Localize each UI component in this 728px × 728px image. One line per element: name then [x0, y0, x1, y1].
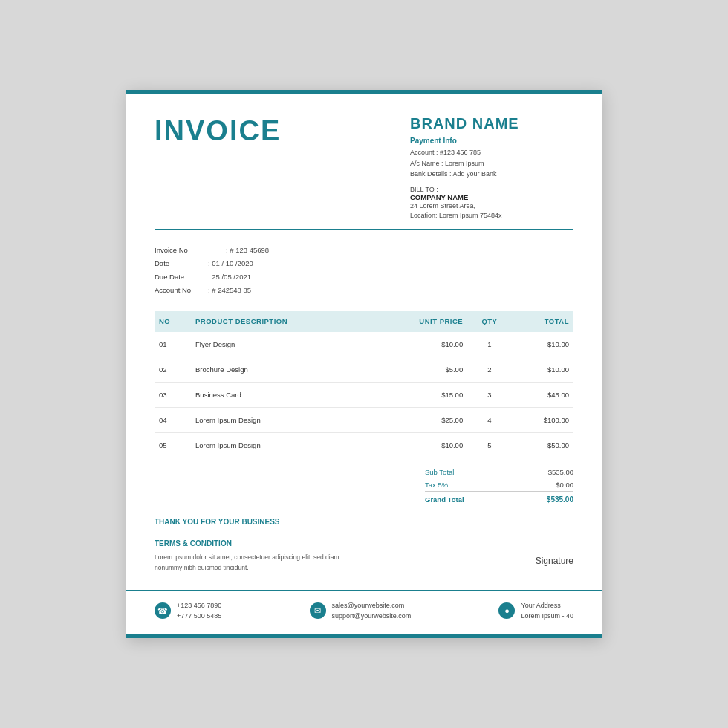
acname-value: Lorem Ipsum — [445, 160, 484, 167]
totals-table: Sub Total $535.00 Tax 5% $0.00 Grand Tot… — [425, 466, 573, 506]
totals-section: Sub Total $535.00 Tax 5% $0.00 Grand Tot… — [155, 466, 573, 506]
row4-qty: 4 — [467, 407, 511, 432]
row3-qty: 3 — [467, 382, 511, 407]
address1: Your Address — [521, 600, 573, 611]
row2-no: 02 — [155, 357, 191, 382]
grand-total-value: $535.00 — [547, 495, 573, 504]
meta-account-no: Account No : # 242548 85 — [155, 284, 573, 297]
row5-total: $50.00 — [512, 432, 573, 458]
acname-label: A/c Name : — [410, 160, 443, 167]
phone-icon: ☎ — [155, 602, 171, 619]
row1-total: $10.00 — [512, 332, 573, 357]
row5-price: $10.00 — [373, 432, 467, 458]
footer-address-text: Your Address Lorem Ipsum - 40 — [521, 600, 573, 622]
phone1: +123 456 7890 — [177, 600, 221, 611]
invoice-header: INVOICE BRAND NAME Payment Info Account … — [155, 115, 573, 230]
invoice-title: INVOICE — [155, 115, 281, 147]
bank-label: Bank Details : — [410, 170, 452, 178]
payment-bank: Bank Details : Add your Bank — [410, 169, 573, 179]
meta-date: Date : 01 / 10 /2020 — [155, 257, 573, 270]
footer-phone: ☎ +123 456 7890 +777 500 5485 — [155, 600, 221, 622]
subtotal-value: $535.00 — [548, 468, 573, 476]
terms-title: TERMS & CONDITION — [155, 539, 363, 547]
footer-content-row: THANK YOU FOR YOUR BUSINESS TERMS & COND… — [155, 510, 573, 573]
col-qty: QTY — [467, 311, 511, 332]
row2-total: $10.00 — [512, 357, 573, 382]
subtotal-row: Sub Total $535.00 — [425, 466, 573, 478]
table-row: 05 Lorem Ipsum Design $10.00 5 $50.00 — [155, 432, 573, 458]
phone2: +777 500 5485 — [177, 611, 221, 621]
row2-desc: Brochure Design — [191, 357, 373, 382]
payment-acname: A/c Name : Lorem Ipsum — [410, 158, 573, 169]
email-icon: ✉ — [310, 602, 326, 619]
meta-invoice-no: Invoice No : # 123 45698 — [155, 244, 573, 257]
terms-text: Lorem ipsum dolor sit amet, consectetuer… — [155, 552, 363, 573]
table-row: 04 Lorem Ipsum Design $25.00 4 $100.00 — [155, 407, 573, 432]
invoice-footer: ☎ +123 456 7890 +777 500 5485 ✉ sales@yo… — [126, 591, 602, 634]
tax-value: $0.00 — [556, 481, 573, 489]
date-label: Date — [155, 257, 208, 270]
invoice-meta: Invoice No : # 123 45698 Date : 01 / 10 … — [155, 244, 573, 297]
location-icon: ● — [498, 602, 515, 619]
signature-label: Signature — [536, 556, 573, 566]
row4-desc: Lorem Ipsum Design — [191, 407, 373, 432]
invoice-document: INVOICE BRAND NAME Payment Info Account … — [126, 90, 602, 637]
row1-no: 01 — [155, 332, 191, 357]
tax-row: Tax 5% $0.00 — [425, 478, 573, 491]
col-total: TOTAL — [512, 311, 573, 332]
row1-price: $10.00 — [373, 332, 467, 357]
due-date-value: : 25 /05 /2021 — [208, 270, 251, 284]
table-row: 02 Brochure Design $5.00 2 $10.00 — [155, 357, 573, 382]
row5-no: 05 — [155, 432, 191, 458]
table-row: 01 Flyer Design $10.00 1 $10.00 — [155, 332, 573, 357]
due-date-label: Due Date — [155, 270, 208, 284]
bottom-border — [126, 634, 602, 638]
meta-section: Invoice No : # 123 45698 Date : 01 / 10 … — [155, 244, 573, 311]
terms-block: THANK YOU FOR YOUR BUSINESS TERMS & COND… — [155, 510, 363, 573]
footer-address: ● Your Address Lorem Ipsum - 40 — [498, 600, 573, 622]
col-no: NO — [155, 311, 191, 332]
footer-email: ✉ sales@yourwebsite.com support@yourwebs… — [310, 600, 412, 622]
row4-no: 04 — [155, 407, 191, 432]
row3-price: $15.00 — [373, 382, 467, 407]
invoice-no-value: : # 123 45698 — [226, 244, 269, 257]
row2-qty: 2 — [467, 357, 511, 382]
row5-qty: 5 — [467, 432, 511, 458]
row1-desc: Flyer Design — [191, 332, 373, 357]
invoice-no-label: Invoice No — [155, 244, 208, 257]
row4-total: $100.00 — [512, 407, 573, 432]
brand-block: BRAND NAME Payment Info Account : #123 4… — [410, 115, 573, 221]
row3-total: $45.00 — [512, 382, 573, 407]
payment-info-title: Payment Info — [410, 137, 573, 145]
invoice-table: NO PRODUCT DESCRIPTION UNIT PRICE QTY TO… — [155, 311, 573, 458]
meta-due-date: Due Date : 25 /05 /2021 — [155, 270, 573, 284]
signature-block: Signature — [536, 556, 573, 566]
thank-you-text: THANK YOU FOR YOUR BUSINESS — [155, 518, 363, 526]
row2-price: $5.00 — [373, 357, 467, 382]
col-desc: PRODUCT DESCRIPTION — [191, 311, 373, 332]
row3-no: 03 — [155, 382, 191, 407]
footer-email-text: sales@yourwebsite.com support@yourwebsit… — [332, 600, 412, 622]
grand-total-label: Grand Total — [425, 495, 464, 504]
address2: Lorem Ipsum - 40 — [521, 611, 573, 621]
email2: support@yourwebsite.com — [332, 611, 412, 621]
row3-desc: Business Card — [191, 382, 373, 407]
email1: sales@yourwebsite.com — [332, 600, 412, 611]
col-unit-price: UNIT PRICE — [373, 311, 467, 332]
bill-address-line1: 24 Lorem Street Area, — [410, 201, 573, 212]
account-value: #123 456 785 — [440, 149, 481, 156]
row5-desc: Lorem Ipsum Design — [191, 432, 373, 458]
payment-account: Account : #123 456 785 — [410, 147, 573, 157]
bill-company-name: COMPANY NAME — [410, 193, 573, 201]
row1-qty: 1 — [467, 332, 511, 357]
bill-to-label: BILL TO : — [410, 186, 573, 193]
tax-label: Tax 5% — [425, 481, 448, 489]
footer-phone-text: +123 456 7890 +777 500 5485 — [177, 600, 221, 622]
row4-price: $25.00 — [373, 407, 467, 432]
bill-address-line2: Location: Lorem Ipsum 75484x — [410, 211, 573, 221]
subtotal-label: Sub Total — [425, 468, 454, 476]
grand-total-row: Grand Total $535.00 — [425, 491, 573, 506]
account-no-label: Account No — [155, 284, 208, 297]
table-row: 03 Business Card $15.00 3 $45.00 — [155, 382, 573, 407]
account-no-value: : # 242548 85 — [208, 284, 251, 297]
